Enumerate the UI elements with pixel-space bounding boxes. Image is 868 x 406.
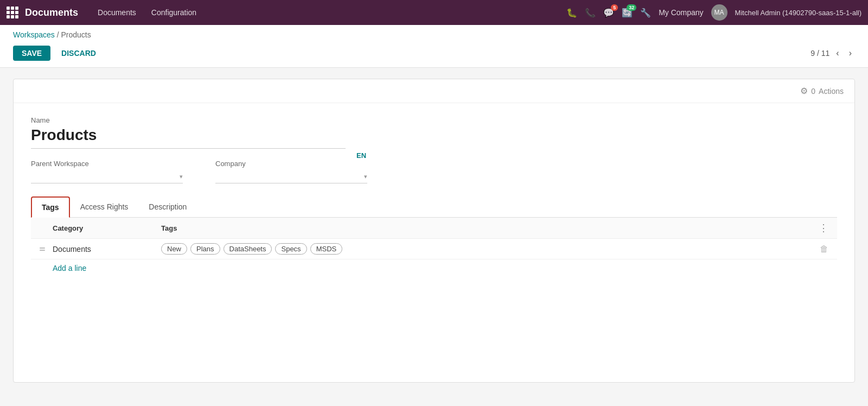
form-body: Name Products EN Parent Workspace ▾ Comp… <box>14 103 854 299</box>
col-tags-header: Tags <box>161 224 811 232</box>
parent-workspace-field: Parent Workspace ▾ <box>31 160 183 183</box>
tag-new[interactable]: New <box>161 243 187 255</box>
nav-menu: Documents Configuration <box>91 4 562 21</box>
breadcrumb-parent[interactable]: Workspaces <box>13 30 55 39</box>
tag-plans[interactable]: Plans <box>190 243 220 255</box>
delete-row-button[interactable]: 🗑 <box>811 244 828 254</box>
parent-workspace-label: Parent Workspace <box>31 160 183 168</box>
wrench-icon[interactable]: 🔧 <box>640 8 651 18</box>
phone-icon[interactable]: 📞 <box>585 8 596 18</box>
apps-grid-icon[interactable] <box>7 7 18 18</box>
tag-specs[interactable]: Specs <box>275 243 307 255</box>
refresh-icon[interactable]: 🔄 32 <box>622 8 633 18</box>
name-label: Name <box>31 116 837 124</box>
app-title[interactable]: Documents <box>25 7 78 18</box>
parent-workspace-dropdown-icon: ▾ <box>180 173 183 180</box>
drag-handle[interactable] <box>40 248 53 251</box>
toolbar: SAVE DISCARD 9 / 11 ‹ › <box>0 41 868 68</box>
navbar-right: 🐛 📞 💬 5 🔄 32 🔧 My Company MA Mitchell Ad… <box>566 4 861 21</box>
tags-table: Category Tags ⋮ Documents New Plans Data… <box>31 218 837 286</box>
tag-datasheets[interactable]: DataSheets <box>224 243 272 255</box>
lang-badge[interactable]: EN <box>356 151 366 160</box>
save-button[interactable]: SAVE <box>13 46 50 61</box>
col-actions-header[interactable]: ⋮ <box>811 222 828 234</box>
company-label: Company <box>215 160 367 168</box>
tab-description[interactable]: Description <box>138 196 197 218</box>
tag-msds[interactable]: MSDS <box>310 243 343 255</box>
navbar: Documents Documents Configuration 🐛 📞 💬 … <box>0 0 868 25</box>
main-content: ⚙ 0 Actions Name Products EN Parent Work… <box>0 68 868 394</box>
refresh-badge: 32 <box>627 4 636 11</box>
pagination-text: 9 / 11 <box>810 49 829 58</box>
name-value[interactable]: Products <box>31 126 346 149</box>
gear-icon: ⚙ <box>800 86 808 96</box>
add-line-button[interactable]: Add a line <box>31 259 837 277</box>
row-fields: Parent Workspace ▾ Company ▾ <box>31 160 837 183</box>
table-row: Documents New Plans DataSheets Specs MSD… <box>31 239 837 259</box>
company-dropdown-icon: ▾ <box>364 173 367 180</box>
parent-workspace-input[interactable] <box>31 172 180 181</box>
tab-tags[interactable]: Tags <box>31 196 70 218</box>
row-category: Documents <box>53 245 161 253</box>
company-input-wrapper[interactable]: ▾ <box>215 170 367 183</box>
tab-access-rights[interactable]: Access Rights <box>70 196 139 218</box>
actions-button[interactable]: ⚙ 0 Actions <box>800 86 844 96</box>
nav-documents[interactable]: Documents <box>91 4 143 21</box>
chat-badge: 5 <box>611 4 618 11</box>
company-field: Company ▾ <box>215 160 367 183</box>
company-input[interactable] <box>215 172 364 181</box>
bug-icon[interactable]: 🐛 <box>566 8 577 18</box>
tabs-bar: Tags Access Rights Description <box>31 196 837 218</box>
breadcrumb-current: Products <box>61 30 91 39</box>
prev-button[interactable]: ‹ <box>833 47 842 59</box>
breadcrumb: Workspaces / Products <box>0 25 868 41</box>
actions-count: 0 <box>811 87 815 96</box>
discard-button[interactable]: DISCARD <box>55 46 103 61</box>
user-name: Mitchell Admin (14902790-saas-15-1-all) <box>735 9 861 17</box>
form-card: ⚙ 0 Actions Name Products EN Parent Work… <box>13 79 855 383</box>
actions-label: Actions <box>819 87 844 96</box>
actions-bar: ⚙ 0 Actions <box>14 79 854 103</box>
nav-configuration[interactable]: Configuration <box>145 4 203 21</box>
avatar[interactable]: MA <box>711 4 727 21</box>
row-tags: New Plans DataSheets Specs MSDS <box>161 243 811 255</box>
parent-workspace-input-wrapper[interactable]: ▾ <box>31 170 183 183</box>
pagination: 9 / 11 ‹ › <box>810 47 855 59</box>
company-name[interactable]: My Company <box>659 8 703 17</box>
table-header: Category Tags ⋮ <box>31 218 837 239</box>
col-category-header: Category <box>53 224 161 232</box>
next-button[interactable]: › <box>846 47 855 59</box>
chat-icon[interactable]: 💬 5 <box>603 8 614 18</box>
